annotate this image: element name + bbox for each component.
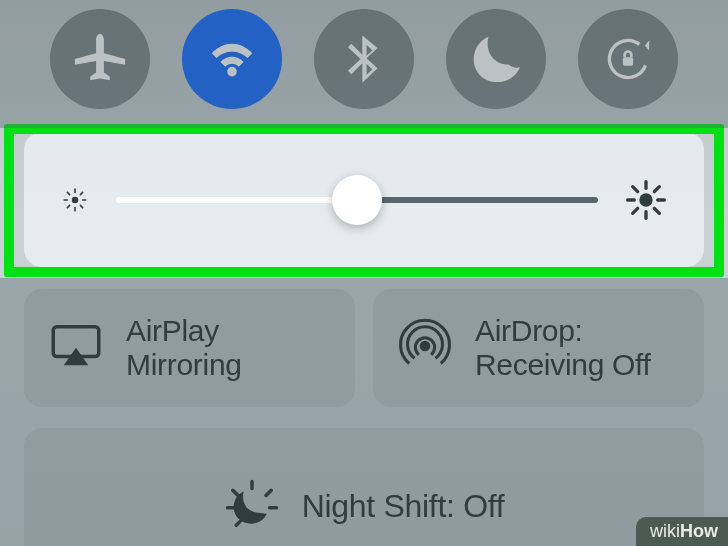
airdrop-label: AirDrop: Receiving Off bbox=[475, 314, 651, 383]
brightness-slider[interactable] bbox=[116, 175, 598, 225]
svg-line-24 bbox=[266, 490, 271, 495]
svg-line-19 bbox=[654, 186, 659, 191]
airplane-icon bbox=[69, 28, 131, 90]
brightness-high-icon bbox=[626, 180, 666, 220]
svg-rect-1 bbox=[623, 57, 633, 65]
svg-point-2 bbox=[72, 196, 79, 203]
rotation-lock-toggle[interactable] bbox=[578, 9, 678, 109]
wifi-icon bbox=[201, 28, 263, 90]
brightness-low-icon bbox=[62, 187, 88, 213]
airplay-button[interactable]: AirPlay Mirroring bbox=[24, 289, 355, 407]
do-not-disturb-toggle[interactable] bbox=[446, 9, 546, 109]
slider-thumb[interactable] bbox=[332, 175, 382, 225]
airdrop-button[interactable]: AirDrop: Receiving Off bbox=[373, 289, 704, 407]
night-shift-button[interactable]: Night Shift: Off bbox=[24, 428, 704, 546]
svg-line-17 bbox=[654, 208, 659, 213]
svg-line-9 bbox=[67, 205, 69, 207]
svg-line-23 bbox=[232, 490, 237, 495]
airplay-label: AirPlay Mirroring bbox=[126, 314, 242, 383]
share-row: AirPlay Mirroring AirDrop: Receiving Off bbox=[24, 289, 704, 407]
svg-point-21 bbox=[420, 341, 431, 352]
night-shift-icon bbox=[224, 482, 280, 538]
airplay-icon bbox=[48, 318, 104, 378]
svg-line-18 bbox=[633, 208, 638, 213]
slider-track-empty bbox=[357, 197, 598, 203]
rotation-lock-icon bbox=[601, 32, 655, 86]
night-shift-label: Night Shift: Off bbox=[302, 482, 505, 525]
slider-track-filled bbox=[116, 197, 357, 203]
wifi-toggle[interactable] bbox=[182, 9, 282, 109]
svg-line-7 bbox=[67, 192, 69, 194]
svg-line-8 bbox=[80, 205, 82, 207]
airplane-mode-toggle[interactable] bbox=[50, 9, 150, 109]
svg-line-16 bbox=[633, 186, 638, 191]
svg-line-27 bbox=[236, 521, 240, 525]
moon-icon bbox=[465, 28, 527, 90]
watermark: wikiHow bbox=[636, 517, 728, 546]
quick-toggles-row bbox=[24, 0, 704, 118]
svg-point-11 bbox=[639, 193, 652, 206]
bluetooth-icon bbox=[337, 32, 391, 86]
svg-line-10 bbox=[80, 192, 82, 194]
airdrop-icon bbox=[397, 318, 453, 378]
bluetooth-toggle[interactable] bbox=[314, 9, 414, 109]
brightness-panel bbox=[24, 132, 704, 267]
